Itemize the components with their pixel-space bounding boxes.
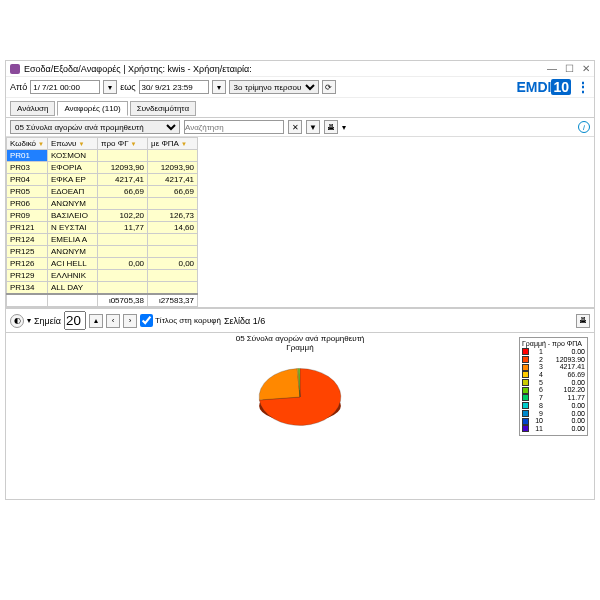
filter-button[interactable]: ▼: [306, 120, 320, 134]
table-row[interactable]: PR04ΕΦΚΑ ΕΡ4217,414217,41: [7, 174, 198, 186]
title-top-check[interactable]: Τίτλος στη κορυφή: [140, 314, 221, 327]
clear-search-button[interactable]: ✕: [288, 120, 302, 134]
period-select[interactable]: 3ο τρίμηνο περσου: [229, 80, 319, 94]
legend-item: 110.00: [522, 425, 585, 433]
titlebar: Εσοδα/Εξοδα/Αναφορές | Χρήστης: kwis - Χ…: [6, 61, 594, 77]
refresh-button[interactable]: ⟳: [322, 80, 336, 94]
to-picker-button[interactable]: ▾: [212, 80, 226, 94]
maximize-button[interactable]: ☐: [565, 63, 574, 74]
table-row[interactable]: PR129ΕΛΛΗΝΙΚ: [7, 270, 198, 282]
chart-toolbar: ◐ ▾ Σημεία ▴ ‹ › Τίτλος στη κορυφή Σελίδ…: [6, 308, 594, 333]
app-window: Εσοδα/Εξοδα/Αναφορές | Χρήστης: kwis - Χ…: [5, 60, 595, 500]
table-row[interactable]: PR125ΑΝΩΝΥΜ: [7, 246, 198, 258]
print-button[interactable]: 🖶: [324, 120, 338, 134]
col-withvat[interactable]: με ΦΠΑ: [148, 138, 198, 150]
legend-item: 711.77: [522, 394, 585, 402]
table-row[interactable]: PR09ΒΑΣΙΛΕΙΟ102,20126,73: [7, 210, 198, 222]
next-page-button[interactable]: ›: [123, 314, 137, 328]
legend-item: 80.00: [522, 402, 585, 410]
app-icon: [10, 64, 20, 74]
chart-legend: Γραμμή - προ ΦΠΑ 10.00212093.9034217.414…: [519, 337, 588, 436]
legend-item: 50.00: [522, 379, 585, 387]
prev-page-button[interactable]: ‹: [106, 314, 120, 328]
date-to-input[interactable]: [139, 80, 209, 94]
table-row[interactable]: PR124EMELIA A: [7, 234, 198, 246]
totals-row: ι05705,38ι27583,37: [7, 294, 198, 307]
brand: EMDI10 ⋮: [516, 79, 590, 95]
chart-title: 05 Σύνολα αγορών ανά προμηθευτή Γραμμή: [236, 335, 365, 353]
legend-item: 90.00: [522, 410, 585, 418]
legend-item: 10.00: [522, 348, 585, 356]
kebab-menu[interactable]: ⋮: [576, 79, 590, 95]
table-row[interactable]: PR134ALL DAY: [7, 282, 198, 295]
data-table: Κωδικό Επωνυ προ ΦΓ με ΦΠΑ PR01ΚΟΣΜΟΝPR0…: [6, 137, 198, 307]
tab-connectivity[interactable]: Συνδεσιμότητα: [130, 101, 196, 116]
from-picker-button[interactable]: ▾: [103, 80, 117, 94]
pie-chart: [245, 357, 355, 437]
chart-print-button[interactable]: 🖶: [576, 314, 590, 328]
points-input[interactable]: [64, 311, 86, 330]
to-label: εως: [120, 82, 135, 92]
info-icon[interactable]: i: [578, 121, 590, 133]
points-label: Σημεία: [34, 316, 61, 326]
col-prevat[interactable]: προ ΦΓ: [98, 138, 148, 150]
col-name[interactable]: Επωνυ: [48, 138, 98, 150]
page-indicator: Σελίδα 1/6: [224, 316, 265, 326]
tab-reports[interactable]: Αναφορές (110): [57, 101, 127, 116]
legend-item: 466.69: [522, 371, 585, 379]
report-select[interactable]: 05 Σύνολα αγορών ανά προμηθευτή: [10, 120, 180, 134]
table-row[interactable]: PR01ΚΟΣΜΟΝ: [7, 150, 198, 162]
window-title: Εσοδα/Εξοδα/Αναφορές | Χρήστης: kwis - Χ…: [24, 64, 252, 74]
search-input[interactable]: [184, 120, 284, 134]
close-button[interactable]: ✕: [582, 63, 590, 74]
legend-item: 100.00: [522, 417, 585, 425]
tab-analysis[interactable]: Ανάλυση: [10, 101, 55, 116]
legend-item: 212093.90: [522, 356, 585, 364]
chart-type-button[interactable]: ◐: [10, 314, 24, 328]
data-table-wrap: Κωδικό Επωνυ προ ΦΓ με ΦΠΑ PR01ΚΟΣΜΟΝPR0…: [6, 137, 594, 308]
minimize-button[interactable]: —: [547, 63, 557, 74]
table-row[interactable]: PR03ΕΦΟΡΙΑ12093,9012093,90: [7, 162, 198, 174]
legend-item: 6102.20: [522, 386, 585, 394]
table-row[interactable]: PR06ΑΝΩΝΥΜ: [7, 198, 198, 210]
table-row[interactable]: PR121Ν ΕΥΣΤΑΙ11,7714,60: [7, 222, 198, 234]
legend-item: 34217.41: [522, 363, 585, 371]
date-toolbar: Από ▾ εως ▾ 3ο τρίμηνο περσου ⟳ EMDI10 ⋮: [6, 77, 594, 98]
filter-toolbar: 05 Σύνολα αγορών ανά προμηθευτή ✕ ▼ 🖶 ▾ …: [6, 118, 594, 137]
points-spin[interactable]: ▴: [89, 314, 103, 328]
table-row[interactable]: PR05ΕΔΟΕΑΠ66,6966,69: [7, 186, 198, 198]
from-label: Από: [10, 82, 27, 92]
col-code[interactable]: Κωδικό: [7, 138, 48, 150]
chart-panel: 05 Σύνολα αγορών ανά προμηθευτή Γραμμή Γ…: [6, 333, 594, 499]
table-row[interactable]: PR126ACI HELL0,000,00: [7, 258, 198, 270]
tabs: Ανάλυση Αναφορές (110) Συνδεσιμότητα: [6, 98, 594, 118]
date-from-input[interactable]: [30, 80, 100, 94]
